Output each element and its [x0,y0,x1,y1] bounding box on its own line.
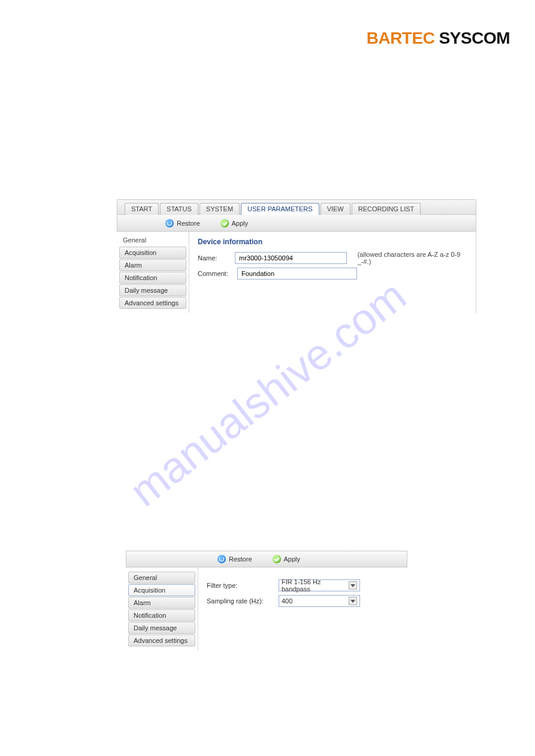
sampling-rate-label: Sampling rate (Hz): [207,597,273,605]
apply-label-2: Apply [284,555,301,563]
brand-logo: BARTEC SYSCOM [367,29,510,48]
sidebar-item-alarm-2[interactable]: Alarm [128,597,195,609]
restore-icon [165,219,174,227]
restore-label: Restore [177,220,200,227]
sidebar-2: General Acquisition Alarm Notification D… [126,567,198,651]
restore-button[interactable]: Restore [165,219,200,227]
name-label: Name: [198,254,229,262]
restore-label-2: Restore [229,555,252,563]
chevron-down-icon [349,581,357,590]
sidebar-item-daily-message-2[interactable]: Daily message [128,622,195,634]
tab-user-parameters[interactable]: USER PARAMETERS [241,203,319,215]
apply-button-2[interactable]: Apply [273,555,301,563]
sidebar-item-general[interactable]: General [128,572,195,584]
tab-status[interactable]: STATUS [160,203,198,215]
main-tabstrip: START STATUS SYSTEM USER PARAMETERS VIEW… [117,199,476,215]
sampling-rate-value: 400 [282,597,292,605]
brand-part1: BARTEC [367,29,435,47]
content-panel-2: Filter type: FIR 1-156 Hz bandpass Sampl… [198,567,407,651]
screenshot-device-info: START STATUS SYSTEM USER PARAMETERS VIEW… [117,199,476,313]
sidebar-item-alarm[interactable]: Alarm [119,259,186,271]
name-hint: (allowed characters are A-Z a-z 0-9 _-#.… [358,251,467,265]
toolbar-2: Restore Apply [126,551,407,567]
sidebar-item-acquisition[interactable]: Acquisition [119,247,186,259]
sidebar-item-acquisition-2[interactable]: Acquisition [128,584,195,596]
restore-icon [217,555,226,563]
brand-part2: SYSCOM [439,29,510,47]
filter-type-select[interactable]: FIR 1-156 Hz bandpass [279,579,360,591]
apply-icon [220,219,229,227]
sidebar-title: General [119,235,186,246]
tab-start[interactable]: START [125,203,159,215]
tab-system[interactable]: SYSTEM [200,203,240,215]
sampling-rate-select[interactable]: 400 [279,595,360,607]
apply-button[interactable]: Apply [220,219,249,227]
comment-input[interactable] [237,268,357,280]
sidebar-item-advanced-settings-2[interactable]: Advanced settings [128,634,195,646]
restore-button-2[interactable]: Restore [217,555,252,563]
filter-type-value: FIR 1-156 Hz bandpass [282,578,349,593]
tab-view[interactable]: VIEW [321,203,350,215]
sidebar-item-advanced-settings[interactable]: Advanced settings [119,297,186,309]
chevron-down-icon [349,597,357,605]
screenshot-acquisition: Restore Apply General Acquisition Alarm … [126,551,407,651]
sidebar-item-notification[interactable]: Notification [119,272,186,284]
apply-label: Apply [232,220,249,227]
sidebar-item-notification-2[interactable]: Notification [128,609,195,621]
section-title: Device information [198,238,467,246]
content-panel: Device information Name: (allowed charac… [189,232,476,313]
tab-recording-list[interactable]: RECORDING LIST [352,203,421,215]
sidebar: General Acquisition Alarm Notification D… [117,232,189,313]
sidebar-item-daily-message[interactable]: Daily message [119,284,186,296]
filter-type-label: Filter type: [207,582,273,589]
comment-label: Comment: [198,270,231,277]
toolbar: Restore Apply [117,215,476,232]
name-input[interactable] [235,252,347,264]
apply-icon [273,555,281,563]
